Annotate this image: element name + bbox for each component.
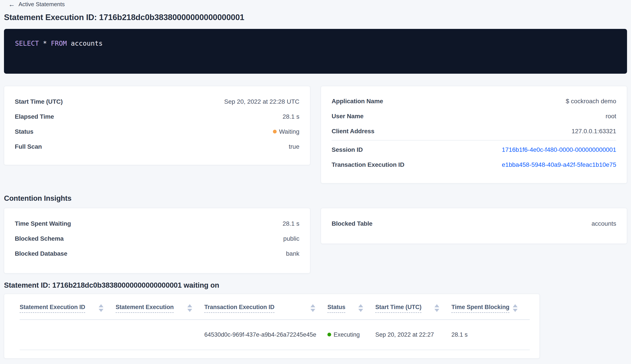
elapsed-time-value: 28.1 s xyxy=(283,113,300,120)
status-label: Status xyxy=(15,128,33,135)
back-arrow-icon: ← xyxy=(8,1,15,8)
cell-status: Executing xyxy=(328,320,375,350)
session-id-label: Session ID xyxy=(332,146,363,153)
back-to-active-statements-link[interactable]: ← Active Statements xyxy=(8,1,65,8)
transaction-execution-id-label: Transaction Execution ID xyxy=(332,161,404,168)
back-link-label: Active Statements xyxy=(18,1,65,8)
column-header-time-spent-blocking[interactable]: Time Spent Blocking xyxy=(452,294,530,320)
sort-arrows-icon[interactable] xyxy=(187,304,192,312)
sql-identifier: accounts xyxy=(71,40,103,47)
transaction-execution-id-row: Transaction Execution ID e1bba458-5948-4… xyxy=(321,157,627,172)
session-id-link[interactable]: 1716b1f6-4e0c-f480-0000-000000000001 xyxy=(502,146,616,153)
session-details-card: Application Name $ cockroach demo User N… xyxy=(321,86,627,183)
status-waiting-text: Waiting xyxy=(279,128,300,135)
cell-statement-execution-id xyxy=(20,320,116,350)
status-executing-dot-icon xyxy=(328,333,331,336)
client-address-label: Client Address xyxy=(332,128,374,135)
table-row: 64530d0c-969f-437e-a9b4-26a72245e45e Exe… xyxy=(20,320,530,350)
contention-insights-heading: Contention Insights xyxy=(4,194,72,202)
sql-statement-box: SELECT * FROM accounts xyxy=(4,29,627,74)
contention-cards-row: Time Spent Waiting 28.1 s Blocked Schema… xyxy=(4,208,627,273)
time-spent-waiting-value: 28.1 s xyxy=(283,220,300,227)
application-name-value: $ cockroach demo xyxy=(566,98,616,105)
status-waiting-dot-icon xyxy=(273,130,277,134)
full-scan-value: true xyxy=(289,143,300,150)
start-time-value: Sep 20, 2022 at 22:28 UTC xyxy=(224,98,300,105)
sql-keyword-from: FROM xyxy=(51,40,67,47)
column-header-status-label: Status xyxy=(328,304,345,313)
user-name-row: User Name root xyxy=(321,109,627,124)
statement-execution-details-page: ← Active Statements Statement Execution … xyxy=(0,0,631,364)
cell-time-spent-blocking: 28.1 s xyxy=(452,320,530,350)
sort-arrows-icon[interactable] xyxy=(98,304,104,312)
blocked-schema-label: Blocked Schema xyxy=(15,235,64,242)
waiting-on-heading: Statement ID: 1716b218dc0b38380000000000… xyxy=(4,281,219,290)
sort-arrows-icon[interactable] xyxy=(434,304,439,312)
column-header-statement-execution[interactable]: Statement Execution xyxy=(116,294,204,320)
elapsed-time-row: Elapsed Time 28.1 s xyxy=(4,109,310,124)
blocked-table-card: Blocked Table accounts xyxy=(321,208,627,244)
column-header-transaction-execution-id[interactable]: Transaction Execution ID xyxy=(204,294,328,320)
column-header-start-time[interactable]: Start Time (UTC) xyxy=(375,294,452,320)
page-title: Statement Execution ID: 1716b218dc0b3838… xyxy=(4,13,244,22)
status-executing-text: Executing xyxy=(334,331,360,338)
column-header-start-time-label: Start Time (UTC) xyxy=(375,304,422,313)
sort-arrows-icon[interactable] xyxy=(358,304,363,312)
table-header-row: Statement Execution ID Statement Executi… xyxy=(20,294,530,320)
blocked-schema-value: public xyxy=(283,235,300,242)
sql-statement-text: SELECT * FROM accounts xyxy=(15,39,616,48)
cell-start-time: Sep 20, 2022 at 22:27 xyxy=(375,320,452,350)
application-name-label: Application Name xyxy=(332,98,383,105)
user-name-value: root xyxy=(606,113,616,120)
blocked-schema-row: Blocked Schema public xyxy=(4,231,310,246)
status-value: Waiting xyxy=(273,128,300,135)
overview-cards-row: Start Time (UTC) Sep 20, 2022 at 22:28 U… xyxy=(4,86,627,183)
start-time-row: Start Time (UTC) Sep 20, 2022 at 22:28 U… xyxy=(4,94,310,109)
waiting-on-table-card: Statement Execution ID Statement Executi… xyxy=(4,294,540,358)
sort-arrows-icon[interactable] xyxy=(513,304,518,312)
client-address-value: 127.0.0.1:63321 xyxy=(572,128,616,135)
session-id-row: Session ID 1716b1f6-4e0c-f480-0000-00000… xyxy=(321,142,627,157)
cell-transaction-execution-id: 64530d0c-969f-437e-a9b4-26a72245e45e xyxy=(204,320,328,350)
blocked-database-row: Blocked Database bank xyxy=(4,246,310,261)
application-name-row: Application Name $ cockroach demo xyxy=(321,94,627,109)
transaction-execution-id-link[interactable]: e1bba458-5948-40a9-a42f-5feac1b10e75 xyxy=(502,161,616,168)
column-header-transaction-execution-id-label: Transaction Execution ID xyxy=(204,304,274,313)
start-time-label: Start Time (UTC) xyxy=(15,98,63,105)
blocked-table-row: Blocked Table accounts xyxy=(321,216,627,231)
column-header-statement-execution-label: Statement Execution xyxy=(116,304,174,313)
blocked-database-value: bank xyxy=(286,250,300,257)
client-address-row: Client Address 127.0.0.1:63321 xyxy=(321,124,627,139)
user-name-label: User Name xyxy=(332,113,364,120)
time-spent-waiting-row: Time Spent Waiting 28.1 s xyxy=(4,216,310,231)
full-scan-label: Full Scan xyxy=(15,143,42,150)
status-row: Status Waiting xyxy=(4,124,310,139)
sql-keyword-select: SELECT xyxy=(15,40,39,47)
waiting-on-table: Statement Execution ID Statement Executi… xyxy=(20,294,530,350)
full-scan-row: Full Scan true xyxy=(4,139,310,154)
column-header-status[interactable]: Status xyxy=(328,294,375,320)
column-header-statement-execution-id-label: Statement Execution ID xyxy=(20,304,85,313)
cell-statement-execution xyxy=(116,320,204,350)
sort-arrows-icon[interactable] xyxy=(310,304,315,312)
blocked-table-value: accounts xyxy=(592,220,616,227)
execution-details-card: Start Time (UTC) Sep 20, 2022 at 22:28 U… xyxy=(4,86,310,165)
column-header-time-spent-blocking-label: Time Spent Blocking xyxy=(452,304,510,313)
blocked-database-label: Blocked Database xyxy=(15,250,67,257)
contention-waiting-card: Time Spent Waiting 28.1 s Blocked Schema… xyxy=(4,208,310,273)
time-spent-waiting-label: Time Spent Waiting xyxy=(15,220,71,227)
blocked-table-label: Blocked Table xyxy=(332,220,372,227)
column-header-statement-execution-id[interactable]: Statement Execution ID xyxy=(20,294,116,320)
elapsed-time-label: Elapsed Time xyxy=(15,113,54,120)
sql-star: * xyxy=(43,40,47,47)
session-card-divider xyxy=(332,140,616,140)
